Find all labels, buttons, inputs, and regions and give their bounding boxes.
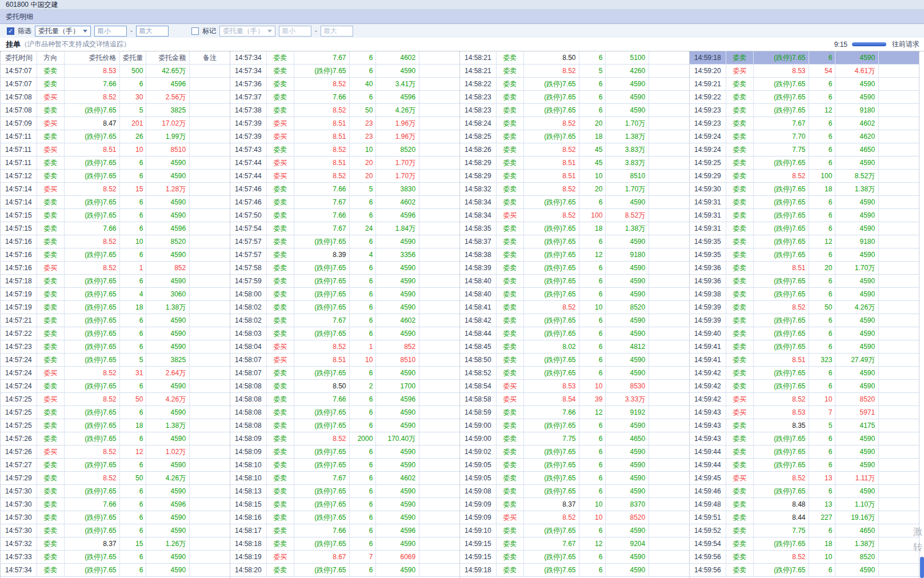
- order-row[interactable]: 14:58:25委卖(跌停)7.65181.38万: [460, 130, 689, 143]
- order-row[interactable]: 14:59:22委卖(跌停)7.6564590: [690, 91, 919, 104]
- order-row[interactable]: 14:57:38委卖8.52504.26万: [230, 104, 459, 117]
- order-row[interactable]: 14:58:09委卖(跌停)7.6564590: [230, 445, 459, 459]
- order-row[interactable]: 14:58:29委卖8.51453.83万: [460, 156, 689, 170]
- order-row[interactable]: 14:57:08委买8.52302.56万: [1, 91, 230, 104]
- order-row[interactable]: 14:58:26委卖8.52453.83万: [460, 143, 689, 156]
- order-row[interactable]: 14:57:11委买8.51108510: [1, 143, 230, 156]
- order-row[interactable]: 14:58:00委卖(跌停)7.6564590: [230, 288, 459, 301]
- order-row[interactable]: 14:59:20委买8.53544.61万: [690, 65, 919, 78]
- order-row[interactable]: 14:59:24委卖7.7064620: [690, 130, 919, 143]
- order-row[interactable]: 14:58:10委卖(跌停)7.6564590: [230, 459, 459, 472]
- tab-order-detail[interactable]: 委托明细: [6, 12, 33, 22]
- order-row[interactable]: 14:59:09委卖8.37108370: [460, 498, 689, 511]
- order-row[interactable]: 14:59:25委卖(跌停)7.6564590: [690, 156, 919, 170]
- order-row[interactable]: 14:58:19委买8.6776069: [230, 551, 459, 564]
- order-row[interactable]: 14:59:31委卖(跌停)7.6564590: [690, 222, 919, 235]
- order-row[interactable]: 14:57:19委卖(跌停)7.65181.38万: [1, 301, 230, 314]
- order-row[interactable]: 14:58:24委卖8.52201.70万: [460, 117, 689, 130]
- volume-select[interactable]: 委托量（手）: [35, 26, 91, 37]
- order-row[interactable]: 14:57:14委买8.52151.28万: [1, 183, 230, 196]
- order-row[interactable]: 14:57:24委卖(跌停)7.6553825: [1, 354, 230, 367]
- order-row[interactable]: 14:58:23委卖(跌停)7.6564590: [460, 104, 689, 117]
- order-row[interactable]: 14:58:45委卖8.0264812: [460, 340, 689, 354]
- order-row[interactable]: 14:57:16委卖8.52108520: [1, 235, 230, 248]
- order-row[interactable]: 14:57:39委买8.51231.96万: [230, 130, 459, 143]
- order-row[interactable]: 14:59:51委卖8.4422719.16万: [690, 511, 919, 524]
- order-row[interactable]: 14:57:50委卖7.6664596: [230, 209, 459, 222]
- order-row[interactable]: 14:57:58委卖(跌停)7.6564590: [230, 262, 459, 275]
- order-row[interactable]: 14:58:20委卖(跌停)7.6564590: [230, 564, 459, 577]
- order-row[interactable]: 14:57:21委卖(跌停)7.6564590: [1, 314, 230, 327]
- order-row[interactable]: 14:59:42委买8.52108520: [690, 393, 919, 406]
- order-row[interactable]: 14:59:15委卖7.67129204: [460, 537, 689, 551]
- order-row[interactable]: 14:58:41委卖8.52108520: [460, 301, 689, 314]
- order-row[interactable]: 14:57:18委卖(跌停)7.6564590: [1, 275, 230, 288]
- order-row[interactable]: 14:57:14委卖(跌停)7.6564590: [1, 196, 230, 209]
- mark-checkbox[interactable]: [191, 27, 199, 35]
- order-row[interactable]: 14:57:57委卖(跌停)7.6564590: [230, 235, 459, 248]
- order-row[interactable]: 14:59:10委卖(跌停)7.6564590: [460, 524, 689, 537]
- order-row[interactable]: 14:58:21委卖8.5254260: [460, 65, 689, 78]
- order-row[interactable]: 14:59:23委卖(跌停)7.65129180: [690, 104, 919, 117]
- order-row[interactable]: 14:58:02委卖7.6764602: [230, 314, 459, 327]
- mark-volume-select[interactable]: 委托量（手）: [219, 26, 275, 37]
- order-row[interactable]: 14:58:08委卖8.5021700: [230, 380, 459, 393]
- order-row[interactable]: 14:58:04委买8.521852: [230, 340, 459, 354]
- order-row[interactable]: 14:57:16委卖(跌停)7.6564590: [1, 248, 230, 262]
- order-row[interactable]: 14:59:45委买8.52131.11万: [690, 472, 919, 485]
- order-row[interactable]: 14:59:36委卖(跌停)7.6564590: [690, 275, 919, 288]
- order-row[interactable]: 14:57:34委卖(跌停)7.6564590: [1, 564, 230, 577]
- order-row[interactable]: 14:57:46委卖7.6764602: [230, 196, 459, 209]
- order-row[interactable]: 14:59:18委卖(跌停)7.6564590: [690, 51, 919, 65]
- order-row[interactable]: 14:59:35委卖(跌停)7.65129180: [690, 235, 919, 248]
- order-row[interactable]: 14:59:35委卖(跌停)7.6564590: [690, 248, 919, 262]
- order-row[interactable]: 14:59:54委卖(跌停)7.65181.38万: [690, 537, 919, 551]
- order-row[interactable]: 14:57:22委卖(跌停)7.6564590: [1, 327, 230, 340]
- order-row[interactable]: 14:57:36委卖8.52403.41万: [230, 78, 459, 91]
- order-row[interactable]: 14:57:57委卖8.3943356: [230, 248, 459, 262]
- order-row[interactable]: 14:59:56委卖(跌停)7.6564590: [690, 564, 919, 577]
- order-row[interactable]: 14:57:43委卖8.52108520: [230, 143, 459, 156]
- order-row[interactable]: 14:57:44委买8.52201.70万: [230, 170, 459, 183]
- order-row[interactable]: 14:57:34委卖7.6764602: [230, 51, 459, 65]
- order-row[interactable]: 14:57:07委卖7.6664596: [1, 78, 230, 91]
- order-row[interactable]: 14:59:52委卖7.7564650: [690, 524, 919, 537]
- order-row[interactable]: 14:57:59委卖(跌停)7.6564590: [230, 275, 459, 288]
- order-row[interactable]: 14:59:30委卖(跌停)7.65181.38万: [690, 183, 919, 196]
- order-row[interactable]: 14:59:39委卖8.52504.26万: [690, 301, 919, 314]
- order-row[interactable]: 14:58:40委卖(跌停)7.6564590: [460, 275, 689, 288]
- order-row[interactable]: 14:57:26委买8.52121.02万: [1, 445, 230, 459]
- order-row[interactable]: 14:57:12委卖(跌停)7.6564590: [1, 170, 230, 183]
- order-row[interactable]: 14:58:02委卖(跌停)7.6564590: [230, 301, 459, 314]
- order-row[interactable]: 14:57:07委卖8.5350042.65万: [1, 65, 230, 78]
- order-row[interactable]: 14:59:08委卖(跌停)7.6564590: [460, 485, 689, 498]
- order-row[interactable]: 14:57:54委卖7.67241.84万: [230, 222, 459, 235]
- order-row[interactable]: 14:58:29委卖8.51108510: [460, 170, 689, 183]
- order-row[interactable]: 14:58:59委卖7.66129192: [460, 406, 689, 419]
- order-row[interactable]: 14:58:15委卖(跌停)7.6564590: [230, 498, 459, 511]
- order-row[interactable]: 14:59:43委卖(跌停)7.6564590: [690, 432, 919, 445]
- order-row[interactable]: 14:59:00委卖(跌停)7.6564590: [460, 419, 689, 432]
- max-volume-input[interactable]: [136, 26, 169, 37]
- order-row[interactable]: 14:57:19委卖(跌停)7.6543060: [1, 288, 230, 301]
- order-row[interactable]: 14:57:25委卖(跌停)7.6564590: [1, 406, 230, 419]
- order-row[interactable]: 14:58:18委卖(跌停)7.6564590: [230, 537, 459, 551]
- order-row[interactable]: 14:58:07委卖(跌停)7.6564590: [230, 367, 459, 380]
- order-row[interactable]: 14:57:34委卖(跌停)7.6564590: [230, 65, 459, 78]
- order-row[interactable]: 14:59:05委卖(跌停)7.6564590: [460, 459, 689, 472]
- order-row[interactable]: 14:58:35委卖(跌停)7.65181.38万: [460, 222, 689, 235]
- order-row[interactable]: 14:59:21委卖(跌停)7.6564590: [690, 78, 919, 91]
- order-row[interactable]: 14:59:43委买8.5375971: [690, 406, 919, 419]
- order-row[interactable]: 14:59:00委卖7.7564650: [460, 432, 689, 445]
- order-row[interactable]: 14:59:38委卖(跌停)7.6564590: [690, 288, 919, 301]
- order-row[interactable]: 14:58:23委卖(跌停)7.6564590: [460, 91, 689, 104]
- order-row[interactable]: 14:58:50委卖(跌停)7.6564590: [460, 354, 689, 367]
- order-row[interactable]: 14:59:43委卖8.3554175: [690, 419, 919, 432]
- order-row[interactable]: 14:57:25委买8.52504.26万: [1, 393, 230, 406]
- order-row[interactable]: 14:59:42委卖(跌停)7.6564590: [690, 380, 919, 393]
- request-earlier-button[interactable]: 往前请求: [892, 39, 919, 49]
- order-row[interactable]: 14:58:42委卖(跌停)7.6564590: [460, 314, 689, 327]
- order-row[interactable]: 14:59:39委卖(跌停)7.6564590: [690, 314, 919, 327]
- order-row[interactable]: 14:57:44委买8.51201.70万: [230, 156, 459, 170]
- order-row[interactable]: 14:58:34委卖(跌停)7.6564590: [460, 196, 689, 209]
